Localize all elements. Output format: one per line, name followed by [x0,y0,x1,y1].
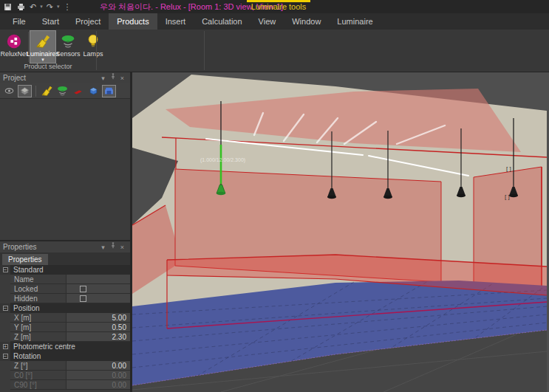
properties-panel: Properties ▾ × Properties −StandardNameL… [0,241,130,392]
property-label: X [m] [10,313,67,323]
menu-tab-products[interactable]: Products [109,13,157,30]
menu-tab-file[interactable]: File [4,13,34,30]
section-label: Rotation [10,351,130,361]
menu-tab-luminaire[interactable]: Luminaire [329,13,381,30]
menu-tab-project[interactable]: Project [67,13,109,30]
section-header-rotation[interactable]: −Rotation [0,351,130,361]
more-icon[interactable]: ⋮ [63,1,71,12]
spotlight-icon [34,32,52,50]
menu-tab-start[interactable]: Start [34,13,67,30]
print-icon[interactable] [16,2,26,12]
property-label: Y [m] [10,323,67,332]
project-panel-header: Project ▾ × [0,72,130,83]
ribbon-button-sensors[interactable]: Sensors [55,31,81,63]
redo-dropdown-icon[interactable]: ▾ [57,1,60,12]
menu-tab-window[interactable]: Window [284,13,329,30]
property-value-field: 0.00 [67,371,130,380]
selected-luminaire-coordinates: (1.000/12.00/2.300) [200,157,245,163]
checkbox-locked[interactable] [80,286,86,292]
property-row-c0-: C0 [°]0.00 [0,371,130,380]
row-gutter [0,361,10,371]
section-label: Standard [10,265,130,275]
panel-dropdown-icon[interactable]: ▾ [98,73,108,83]
furniture-icon[interactable] [102,85,116,97]
context-tab-luminaire-tools[interactable]: Luminaire tools [244,0,313,13]
menu-bar: FileStartProjectProductsInsertCalculatio… [0,13,549,30]
section-header-photometric-centre[interactable]: +Photometric centre [0,342,130,351]
project-panel-title: Project [3,74,98,82]
panel-dropdown-icon[interactable]: ▾ [98,242,108,252]
row-gutter [0,371,10,380]
ribbon-button-luminaires[interactable]: Luminaires▾ [30,31,55,63]
ribbon-button-label: Sensors [55,50,80,58]
project-tree-empty[interactable] [0,99,130,240]
section-header-standard[interactable]: −Standard [0,265,130,275]
project-toolbar [0,83,130,99]
dimension-mark: [ ] [505,193,510,200]
ribbon-group-separator [204,31,205,70]
project-panel: Project ▾ × [0,72,130,241]
save-icon[interactable] [3,2,13,12]
sensor-icon [59,32,77,50]
menu-tab-calculation[interactable]: Calculation [194,13,250,30]
expand-icon[interactable]: + [3,344,8,349]
redo-icon[interactable]: ↷ [47,1,53,12]
property-value-field[interactable]: 5.00 [67,313,130,323]
spotlight-icon[interactable] [40,85,54,97]
3d-viewport[interactable]: (1.000/12.00/2.300) [132,72,549,392]
property-label: C0 [°] [10,371,67,380]
property-row-locked: Locked [0,284,130,294]
property-label: Hidden [10,294,67,303]
sensor-icon[interactable] [55,85,69,97]
row-gutter [0,313,10,323]
property-row-c90-: C90 [°]0.00 [0,380,130,390]
undo-icon[interactable]: ↶ [30,1,36,12]
row-gutter [0,380,10,390]
property-value-field[interactable]: 0.50 [67,323,130,332]
reluxnet-icon [5,32,23,50]
checkbox-hidden[interactable] [80,295,86,302]
panel-pin-icon[interactable] [108,73,117,83]
panel-close-icon[interactable]: × [117,242,127,252]
panel-close-icon[interactable]: × [117,73,127,83]
ribbon-button-label: Lamps [83,50,103,58]
dimension-mark: [ ] [506,165,511,172]
property-label: Z [°] [10,361,67,371]
property-row-hidden: Hidden [0,294,130,303]
properties-tabstrip: Properties [0,252,130,265]
tab-properties[interactable]: Properties [2,254,48,265]
ribbon-button-reluxnet[interactable]: ReluxNet [1,31,27,63]
chevron-down-icon[interactable]: ▾ [41,58,44,62]
property-row-x-m-: X [m]5.00 [0,313,130,323]
main-area: Project ▾ × Properties ▾ [0,72,549,392]
ramp-icon[interactable] [71,85,85,97]
property-grid: −StandardNameLockedHidden−PositionX [m]5… [0,265,130,392]
property-row-name: Name [0,275,130,284]
row-gutter [0,323,10,332]
ribbon-button-lamps[interactable]: Lamps [81,31,106,63]
property-value-field[interactable]: 0.00 [67,361,130,371]
section-label: Position [10,303,130,313]
ribbon: ReluxNetLuminaires▾SensorsLamps Product … [0,30,549,72]
ribbon-buttons: ReluxNetLuminaires▾SensorsLamps [1,31,106,63]
property-label: Name [10,275,67,284]
menu-tab-view[interactable]: View [250,13,284,30]
panel-pin-icon[interactable] [108,242,117,252]
collapse-icon[interactable]: − [3,354,8,359]
section-label: Photometric centre [10,342,130,351]
property-value-field[interactable]: 2.30 [67,332,130,342]
undo-dropdown-icon[interactable]: ▾ [40,1,43,12]
collapse-icon[interactable]: − [3,267,8,272]
eye-icon[interactable] [2,85,16,97]
model-icon[interactable] [18,85,32,97]
ribbon-group-separator [96,31,97,70]
section-header-position[interactable]: −Position [0,303,130,313]
property-value-field[interactable] [67,275,130,284]
menu-tab-insert[interactable]: Insert [157,13,194,30]
row-gutter [0,332,10,342]
row-gutter [0,294,10,303]
property-value-field: 0.00 [67,380,130,390]
property-row-y-m-: Y [m]0.50 [0,323,130,332]
cube-icon[interactable] [86,85,100,97]
collapse-icon[interactable]: − [3,306,8,311]
